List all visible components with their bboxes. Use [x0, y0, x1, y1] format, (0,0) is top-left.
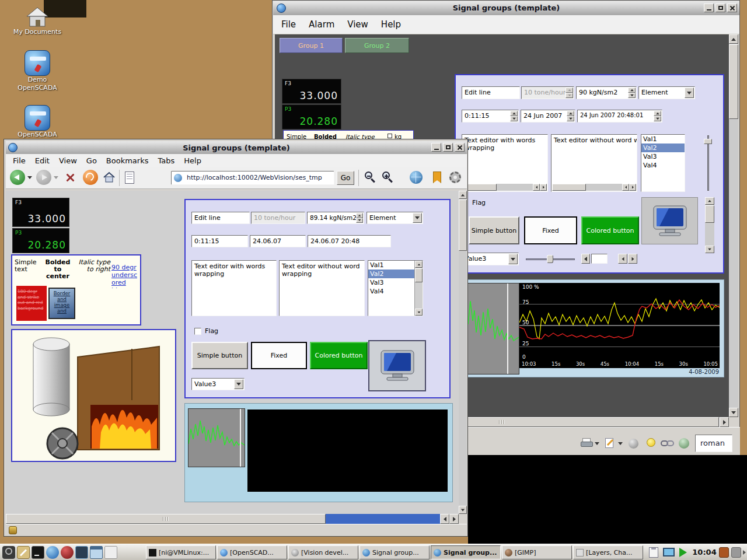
maximize-button[interactable] — [715, 4, 725, 12]
zoom-out-icon[interactable] — [365, 172, 378, 184]
taskbar-button-vision[interactable]: [Vision devel... — [288, 545, 358, 559]
colored-button[interactable]: Colored button — [581, 216, 639, 244]
list-item[interactable]: Val1 — [641, 135, 685, 144]
menu-edit[interactable]: Edit — [35, 156, 50, 165]
menu-file[interactable]: File — [281, 19, 296, 30]
textedit-wrap[interactable]: Text editor with words wrapping — [462, 134, 548, 192]
scroll-down-button[interactable] — [729, 408, 738, 417]
tab-group-1[interactable]: Group 1 — [280, 38, 343, 53]
simple-button[interactable]: Simple button — [469, 216, 519, 244]
taskbar-button-signal-group-active[interactable]: Signal group... — [431, 545, 501, 559]
left-arrow-button[interactable] — [618, 254, 627, 264]
textedit-wrap[interactable]: Text editor with words wrapping — [191, 260, 277, 316]
desktop-icon-my-documents[interactable]: My Documents — [5, 5, 70, 36]
stop-icon[interactable] — [64, 172, 77, 184]
tray-play-icon[interactable] — [679, 548, 687, 557]
vertical-scrollbar[interactable] — [729, 34, 738, 417]
date-field[interactable]: 24.06.07 — [250, 235, 306, 247]
taskbar-button-openscada[interactable]: [OpenSCAD... — [217, 545, 287, 559]
edit-dropdown-icon[interactable] — [618, 442, 623, 445]
right-arrow-button[interactable] — [628, 254, 637, 264]
status-sphere-icon[interactable] — [629, 439, 638, 449]
network-icon[interactable] — [679, 438, 689, 449]
show-desktop-icon[interactable] — [17, 546, 30, 559]
minimize-button[interactable] — [704, 4, 714, 12]
editor-icon[interactable] — [75, 546, 88, 559]
value-list[interactable]: Val1 Val2 Val3 Val4 — [368, 260, 423, 316]
tone-field[interactable]: 10 tone/hour — [521, 86, 574, 99]
menu-tabs[interactable]: Tabs — [158, 156, 174, 165]
kmenu-icon[interactable] — [2, 546, 15, 559]
home-icon[interactable] — [103, 171, 116, 184]
vertical-slider[interactable] — [703, 134, 713, 192]
menu-go[interactable]: Go — [86, 156, 97, 165]
zoom-in-icon[interactable] — [382, 172, 395, 184]
scroll-left-button[interactable] — [440, 514, 449, 524]
colored-button[interactable]: Colored button — [310, 342, 368, 369]
close-button[interactable] — [455, 143, 465, 152]
page-icon[interactable] — [125, 172, 134, 184]
time-spinbox[interactable]: 0:11:15 — [462, 110, 519, 123]
tray-misc-icon[interactable] — [731, 547, 741, 558]
bookmark-icon[interactable] — [433, 172, 441, 183]
scroll-thumb[interactable] — [729, 44, 738, 119]
fixed-button[interactable]: Fixed — [524, 216, 577, 244]
mini-vertical-scrollbar[interactable] — [705, 197, 714, 253]
tray-clipboard-icon[interactable] — [649, 547, 658, 558]
reload-button[interactable] — [83, 170, 98, 185]
scroll-right-button[interactable] — [720, 417, 729, 427]
value-combobox[interactable]: Value3 — [462, 253, 519, 265]
maximize-button[interactable] — [443, 143, 453, 152]
taskbar-button-terminal[interactable]: [ni@VMLinux:... — [146, 545, 216, 559]
menu-file[interactable]: File — [13, 156, 26, 165]
menu-help[interactable]: Help — [381, 19, 401, 30]
pressure-spinbox[interactable]: 90 kgN/sm2 — [576, 86, 637, 99]
tab-group-2[interactable]: Group 2 — [345, 38, 409, 53]
list-item[interactable]: Val3 — [641, 152, 685, 161]
url-bar[interactable]: http://localhost:10002/WebVision/ses_tmp — [171, 171, 334, 185]
vertical-scrollbar[interactable] — [459, 191, 467, 514]
horizontal-slider[interactable] — [525, 254, 576, 264]
close-button[interactable] — [727, 4, 737, 12]
scroll-right-button[interactable] — [449, 514, 459, 524]
media-icon[interactable] — [61, 546, 74, 559]
scroll-up-button[interactable] — [459, 191, 467, 199]
list-scrollbar[interactable] — [414, 261, 423, 316]
tray-display-icon[interactable] — [663, 548, 675, 556]
globe-icon[interactable] — [410, 171, 423, 184]
terminal-icon[interactable] — [32, 546, 44, 559]
datetime-field[interactable]: 24.06.07 20:48 — [308, 235, 391, 247]
edit-line-field[interactable]: Edit line — [191, 212, 250, 224]
horizontal-scrollbar[interactable] — [6, 514, 459, 524]
date-spinbox[interactable]: 24 Jun 2007 — [521, 110, 575, 123]
element-combobox[interactable]: Element — [638, 86, 695, 99]
print-dropdown-icon[interactable] — [595, 442, 599, 445]
element-combobox[interactable]: Element — [366, 212, 423, 224]
forward-dropdown-icon[interactable] — [54, 176, 58, 179]
datetime-spinbox[interactable]: 24 Jun 2007 20:48:01 — [577, 110, 662, 123]
scroll-up-button[interactable] — [729, 34, 738, 44]
scroll-thumb[interactable] — [459, 200, 467, 251]
tray-lock-icon[interactable] — [719, 547, 729, 558]
scroll-down-button[interactable] — [459, 506, 467, 514]
edit-note-icon[interactable] — [605, 438, 616, 449]
forward-button[interactable] — [36, 170, 51, 185]
gear-icon[interactable] — [449, 172, 461, 183]
value-combobox[interactable]: Value3 — [191, 378, 245, 390]
menu-bookmarks[interactable]: Bookmarks — [106, 156, 149, 165]
flag-checkbox[interactable] — [194, 328, 201, 335]
tone-field[interactable]: 10 tone/hour — [251, 212, 305, 224]
desktop-icon-demo-openscada[interactable]: Demo OpenSCADA — [6, 50, 69, 92]
menu-view[interactable]: View — [59, 156, 77, 165]
list-item[interactable]: Val4 — [641, 161, 685, 170]
textedit-nowrap[interactable]: Text editor without word wrapping — [279, 260, 365, 316]
value-list[interactable]: Val1 Val2 Val3 Val4 — [641, 134, 685, 192]
taskbar-button-signal-group-web[interactable]: Signal group... — [359, 545, 430, 559]
print-icon[interactable] — [581, 438, 594, 449]
desktop-icon-openscada[interactable]: OpenSCADA — [6, 105, 69, 139]
taskbar-button-layers[interactable]: [Layers, Cha... — [573, 545, 643, 559]
pressure-spinbox[interactable]: 89.14 kgN/sm2 — [307, 212, 364, 224]
panel-hide-arrow[interactable] — [743, 550, 746, 555]
browser-icon[interactable] — [46, 546, 59, 559]
time-field[interactable]: 0:11:15 — [191, 235, 248, 247]
